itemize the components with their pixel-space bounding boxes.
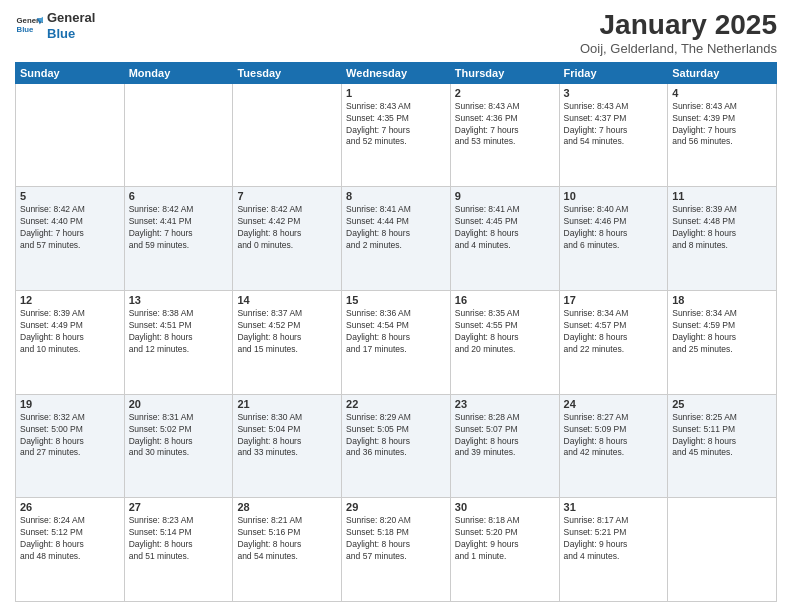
logo: General Blue General Blue bbox=[15, 10, 95, 41]
day-number: 23 bbox=[455, 398, 555, 410]
day-info: Sunrise: 8:42 AM Sunset: 4:40 PM Dayligh… bbox=[20, 204, 120, 252]
title-block: January 2025 Ooij, Gelderland, The Nethe… bbox=[580, 10, 777, 56]
day-info: Sunrise: 8:40 AM Sunset: 4:46 PM Dayligh… bbox=[564, 204, 664, 252]
day-number: 16 bbox=[455, 294, 555, 306]
day-info: Sunrise: 8:29 AM Sunset: 5:05 PM Dayligh… bbox=[346, 412, 446, 460]
day-header: Tuesday bbox=[233, 62, 342, 83]
day-number: 25 bbox=[672, 398, 772, 410]
day-info: Sunrise: 8:43 AM Sunset: 4:37 PM Dayligh… bbox=[564, 101, 664, 149]
calendar-cell: 27Sunrise: 8:23 AM Sunset: 5:14 PM Dayli… bbox=[124, 498, 233, 602]
day-number: 29 bbox=[346, 501, 446, 513]
day-number: 14 bbox=[237, 294, 337, 306]
page: General Blue General Blue January 2025 O… bbox=[0, 0, 792, 612]
day-number: 15 bbox=[346, 294, 446, 306]
day-info: Sunrise: 8:41 AM Sunset: 4:44 PM Dayligh… bbox=[346, 204, 446, 252]
day-header: Sunday bbox=[16, 62, 125, 83]
calendar-cell: 24Sunrise: 8:27 AM Sunset: 5:09 PM Dayli… bbox=[559, 394, 668, 498]
day-number: 4 bbox=[672, 87, 772, 99]
day-number: 5 bbox=[20, 190, 120, 202]
day-info: Sunrise: 8:38 AM Sunset: 4:51 PM Dayligh… bbox=[129, 308, 229, 356]
day-info: Sunrise: 8:23 AM Sunset: 5:14 PM Dayligh… bbox=[129, 515, 229, 563]
calendar-cell: 8Sunrise: 8:41 AM Sunset: 4:44 PM Daylig… bbox=[342, 187, 451, 291]
calendar-cell bbox=[124, 83, 233, 187]
day-number: 3 bbox=[564, 87, 664, 99]
day-info: Sunrise: 8:24 AM Sunset: 5:12 PM Dayligh… bbox=[20, 515, 120, 563]
calendar-cell: 18Sunrise: 8:34 AM Sunset: 4:59 PM Dayli… bbox=[668, 291, 777, 395]
day-number: 9 bbox=[455, 190, 555, 202]
day-info: Sunrise: 8:39 AM Sunset: 4:49 PM Dayligh… bbox=[20, 308, 120, 356]
day-number: 24 bbox=[564, 398, 664, 410]
day-info: Sunrise: 8:37 AM Sunset: 4:52 PM Dayligh… bbox=[237, 308, 337, 356]
day-info: Sunrise: 8:17 AM Sunset: 5:21 PM Dayligh… bbox=[564, 515, 664, 563]
calendar-header-row: SundayMondayTuesdayWednesdayThursdayFrid… bbox=[16, 62, 777, 83]
day-header: Wednesday bbox=[342, 62, 451, 83]
logo-icon: General Blue bbox=[15, 12, 43, 40]
day-number: 27 bbox=[129, 501, 229, 513]
calendar-week-row: 19Sunrise: 8:32 AM Sunset: 5:00 PM Dayli… bbox=[16, 394, 777, 498]
day-info: Sunrise: 8:25 AM Sunset: 5:11 PM Dayligh… bbox=[672, 412, 772, 460]
day-info: Sunrise: 8:41 AM Sunset: 4:45 PM Dayligh… bbox=[455, 204, 555, 252]
day-number: 28 bbox=[237, 501, 337, 513]
logo-line1: General bbox=[47, 10, 95, 26]
calendar-cell: 21Sunrise: 8:30 AM Sunset: 5:04 PM Dayli… bbox=[233, 394, 342, 498]
day-number: 19 bbox=[20, 398, 120, 410]
day-info: Sunrise: 8:42 AM Sunset: 4:41 PM Dayligh… bbox=[129, 204, 229, 252]
day-info: Sunrise: 8:43 AM Sunset: 4:36 PM Dayligh… bbox=[455, 101, 555, 149]
calendar-cell: 25Sunrise: 8:25 AM Sunset: 5:11 PM Dayli… bbox=[668, 394, 777, 498]
calendar-cell: 2Sunrise: 8:43 AM Sunset: 4:36 PM Daylig… bbox=[450, 83, 559, 187]
day-number: 11 bbox=[672, 190, 772, 202]
logo-line2: Blue bbox=[47, 26, 95, 42]
calendar-week-row: 12Sunrise: 8:39 AM Sunset: 4:49 PM Dayli… bbox=[16, 291, 777, 395]
day-header: Friday bbox=[559, 62, 668, 83]
day-number: 31 bbox=[564, 501, 664, 513]
day-number: 20 bbox=[129, 398, 229, 410]
calendar-cell: 5Sunrise: 8:42 AM Sunset: 4:40 PM Daylig… bbox=[16, 187, 125, 291]
day-info: Sunrise: 8:18 AM Sunset: 5:20 PM Dayligh… bbox=[455, 515, 555, 563]
day-header: Thursday bbox=[450, 62, 559, 83]
svg-text:Blue: Blue bbox=[17, 25, 35, 34]
calendar-cell: 14Sunrise: 8:37 AM Sunset: 4:52 PM Dayli… bbox=[233, 291, 342, 395]
logo-text: General Blue bbox=[47, 10, 95, 41]
day-info: Sunrise: 8:27 AM Sunset: 5:09 PM Dayligh… bbox=[564, 412, 664, 460]
day-info: Sunrise: 8:32 AM Sunset: 5:00 PM Dayligh… bbox=[20, 412, 120, 460]
calendar-cell: 28Sunrise: 8:21 AM Sunset: 5:16 PM Dayli… bbox=[233, 498, 342, 602]
day-number: 13 bbox=[129, 294, 229, 306]
day-number: 17 bbox=[564, 294, 664, 306]
calendar-cell: 20Sunrise: 8:31 AM Sunset: 5:02 PM Dayli… bbox=[124, 394, 233, 498]
day-number: 6 bbox=[129, 190, 229, 202]
calendar-cell: 6Sunrise: 8:42 AM Sunset: 4:41 PM Daylig… bbox=[124, 187, 233, 291]
calendar-cell: 29Sunrise: 8:20 AM Sunset: 5:18 PM Dayli… bbox=[342, 498, 451, 602]
calendar-cell: 12Sunrise: 8:39 AM Sunset: 4:49 PM Dayli… bbox=[16, 291, 125, 395]
calendar-table: SundayMondayTuesdayWednesdayThursdayFrid… bbox=[15, 62, 777, 602]
calendar-cell: 17Sunrise: 8:34 AM Sunset: 4:57 PM Dayli… bbox=[559, 291, 668, 395]
calendar-cell: 31Sunrise: 8:17 AM Sunset: 5:21 PM Dayli… bbox=[559, 498, 668, 602]
day-info: Sunrise: 8:28 AM Sunset: 5:07 PM Dayligh… bbox=[455, 412, 555, 460]
calendar-week-row: 26Sunrise: 8:24 AM Sunset: 5:12 PM Dayli… bbox=[16, 498, 777, 602]
day-number: 12 bbox=[20, 294, 120, 306]
day-info: Sunrise: 8:39 AM Sunset: 4:48 PM Dayligh… bbox=[672, 204, 772, 252]
day-number: 2 bbox=[455, 87, 555, 99]
calendar-cell bbox=[668, 498, 777, 602]
calendar-cell bbox=[16, 83, 125, 187]
calendar-cell: 22Sunrise: 8:29 AM Sunset: 5:05 PM Dayli… bbox=[342, 394, 451, 498]
day-number: 18 bbox=[672, 294, 772, 306]
day-info: Sunrise: 8:42 AM Sunset: 4:42 PM Dayligh… bbox=[237, 204, 337, 252]
day-number: 30 bbox=[455, 501, 555, 513]
day-header: Monday bbox=[124, 62, 233, 83]
calendar-cell: 7Sunrise: 8:42 AM Sunset: 4:42 PM Daylig… bbox=[233, 187, 342, 291]
calendar-cell: 3Sunrise: 8:43 AM Sunset: 4:37 PM Daylig… bbox=[559, 83, 668, 187]
day-info: Sunrise: 8:20 AM Sunset: 5:18 PM Dayligh… bbox=[346, 515, 446, 563]
calendar-week-row: 1Sunrise: 8:43 AM Sunset: 4:35 PM Daylig… bbox=[16, 83, 777, 187]
calendar-cell: 15Sunrise: 8:36 AM Sunset: 4:54 PM Dayli… bbox=[342, 291, 451, 395]
calendar-cell: 13Sunrise: 8:38 AM Sunset: 4:51 PM Dayli… bbox=[124, 291, 233, 395]
day-number: 8 bbox=[346, 190, 446, 202]
day-info: Sunrise: 8:36 AM Sunset: 4:54 PM Dayligh… bbox=[346, 308, 446, 356]
day-info: Sunrise: 8:43 AM Sunset: 4:35 PM Dayligh… bbox=[346, 101, 446, 149]
day-number: 21 bbox=[237, 398, 337, 410]
calendar-cell: 9Sunrise: 8:41 AM Sunset: 4:45 PM Daylig… bbox=[450, 187, 559, 291]
day-info: Sunrise: 8:35 AM Sunset: 4:55 PM Dayligh… bbox=[455, 308, 555, 356]
subtitle: Ooij, Gelderland, The Netherlands bbox=[580, 41, 777, 56]
calendar-cell: 30Sunrise: 8:18 AM Sunset: 5:20 PM Dayli… bbox=[450, 498, 559, 602]
calendar-cell: 10Sunrise: 8:40 AM Sunset: 4:46 PM Dayli… bbox=[559, 187, 668, 291]
day-header: Saturday bbox=[668, 62, 777, 83]
